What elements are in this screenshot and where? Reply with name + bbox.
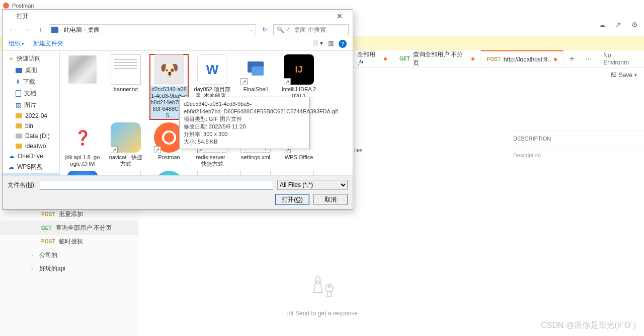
kv-header-row: DESCRIPTION	[508, 130, 644, 147]
svg-point-0	[316, 281, 319, 284]
pc-icon	[51, 27, 58, 33]
file-item[interactable]: ↗阿里云盘	[63, 170, 102, 175]
method-badge: POST	[487, 56, 501, 62]
rocket-illustration-icon	[302, 267, 342, 302]
unsaved-dot-icon	[554, 58, 557, 61]
dialog-titlebar: 打开 ✕	[3, 10, 353, 23]
file-item[interactable]: banner.txt	[106, 54, 145, 120]
path-segment[interactable]: 桌面	[88, 26, 100, 34]
organize-menu[interactable]: 组织 ▾	[9, 39, 24, 48]
filename-label: 文件名(N):	[8, 181, 36, 189]
folder-label: 好玩的api	[39, 264, 65, 273]
files-fragment: iles	[354, 147, 363, 153]
refresh-button[interactable]: ↻	[259, 24, 270, 35]
tree-item[interactable]: ideatwo	[3, 141, 59, 151]
file-item[interactable]: W	[193, 170, 232, 175]
tab-label: 查询全部用户 不分页	[413, 50, 468, 68]
save-button[interactable]: 🖫 Save ▾	[611, 72, 637, 79]
sidebar-item-batch-add[interactable]: POST 批量添加	[0, 208, 138, 221]
method-badge: GET	[399, 56, 410, 61]
open-button[interactable]: 打开(O)	[275, 194, 309, 205]
method-badge: POST	[41, 212, 55, 217]
save-icon: 🖫	[611, 72, 617, 79]
file-item[interactable]: ❓jdk api 1.8_google.CHM	[63, 122, 102, 168]
svg-point-2	[328, 286, 331, 288]
search-placeholder: 在 桌面 中搜索	[286, 26, 326, 34]
tree-item[interactable]: 🖼图片	[3, 99, 59, 111]
tree-item[interactable]: ★快速访问	[3, 53, 59, 64]
tree-item[interactable]: ⬇下载	[3, 76, 59, 88]
response-placeholder: Hit Send to get a response	[286, 267, 358, 317]
tab-all-users[interactable]: 全部用户	[351, 50, 393, 67]
chevron-down-icon: ▾	[634, 73, 637, 78]
desc-placeholder: Description	[508, 147, 644, 182]
nav-back-button[interactable]: ←	[7, 24, 18, 35]
tree-item[interactable]: bin	[3, 121, 59, 131]
cancel-button[interactable]: 取消	[313, 194, 348, 205]
tree-item[interactable]: Data (D:)	[3, 131, 59, 141]
postman-title: Postman	[12, 3, 34, 9]
nav-up-button[interactable]: ↑	[35, 24, 46, 35]
dialog-toolbar: 组织 ▾ 新建文件夹 ☷ ▾ ▥ ?	[3, 37, 353, 51]
path-segment[interactable]: 此电脑	[64, 26, 82, 34]
dialog-title: 打开	[17, 12, 29, 21]
file-item[interactable]: ↗navicat - 快捷方式	[106, 122, 145, 168]
settings-gear-icon[interactable]: ⚙	[630, 20, 639, 29]
tree-item[interactable]: 2022-04	[3, 111, 59, 121]
filename-input[interactable]	[40, 180, 273, 190]
preview-pane-button[interactable]: ▥	[328, 40, 334, 48]
more-tabs-button[interactable]: ⋯	[581, 50, 598, 67]
new-tab-button[interactable]: +	[564, 50, 581, 67]
view-options-button[interactable]: ☷ ▾	[313, 40, 323, 48]
dialog-bottom-bar: 文件名(N): All Files (*.*) 打开(O) 取消	[3, 175, 353, 209]
rocket-icon[interactable]: ↗	[614, 20, 623, 29]
environment-selector[interactable]: No Environm	[597, 50, 644, 67]
sidebar-item-label: 查询全部用户 不分页	[56, 224, 112, 232]
close-button[interactable]: ✕	[331, 11, 349, 22]
dialog-tree[interactable]: ★快速访问桌面⬇下载文档🖼图片2022-04binData (D:)ideatw…	[3, 51, 60, 175]
breadcrumb-path[interactable]: › 此电脑 › 桌面 ⌄	[49, 24, 256, 35]
unsaved-dot-icon	[471, 57, 474, 60]
dialog-search-input[interactable]: 🔍 在 桌面 中搜索	[273, 24, 349, 35]
chevron-down-icon[interactable]: ⌄	[250, 27, 254, 32]
unsaved-dot-icon	[384, 57, 387, 60]
tree-item[interactable]: ☁WPS网盘	[3, 161, 59, 173]
csdn-watermark: CSDN @原你是阳光(#`O´)	[541, 320, 636, 331]
sidebar-item-label: 临时授权	[59, 237, 83, 246]
sidebar-item-temp-auth[interactable]: POST 临时授权	[0, 235, 138, 248]
help-button[interactable]: ?	[339, 40, 347, 48]
nav-forward-button[interactable]: →	[21, 24, 32, 35]
chevron-right-icon: ›	[31, 266, 36, 272]
file-item[interactable]	[149, 170, 189, 175]
postman-header-icons: ☁ ↗ ⚙	[598, 20, 639, 29]
tab-get-users[interactable]: GET 查询全部用户 不分页	[393, 50, 481, 67]
sidebar-folder-company[interactable]: › 公司的	[0, 248, 138, 262]
tree-item[interactable]: 桌面	[3, 64, 59, 76]
tab-label: http://localhost:9..	[504, 56, 551, 63]
chevron-right-icon: ›	[31, 252, 36, 258]
new-folder-button[interactable]: 新建文件夹	[33, 39, 63, 48]
cloud-sync-icon[interactable]: ☁	[598, 20, 607, 29]
file-item[interactable]	[279, 170, 318, 175]
tab-post-localhost[interactable]: POST http://localhost:9..	[481, 50, 564, 67]
desc-header: DESCRIPTION	[508, 136, 644, 142]
sidebar-item-query-users[interactable]: GET 查询全部用户 不分页	[0, 221, 138, 235]
folder-label: 公司的	[39, 251, 57, 259]
sidebar-folder-fun-api[interactable]: › 好玩的api	[0, 262, 138, 276]
method-badge: POST	[41, 239, 55, 244]
dialog-icon	[7, 13, 14, 20]
search-icon: 🔍	[277, 26, 284, 33]
tree-item[interactable]: ☁OneDrive	[3, 151, 59, 161]
kv-input-row[interactable]: Description	[508, 147, 644, 182]
postman-logo-icon	[3, 3, 9, 9]
tab-label: 全部用户	[357, 50, 381, 68]
file-item[interactable]: 阿弥陀佛么么哒.txt	[106, 170, 145, 175]
svg-rect-4	[252, 66, 264, 76]
file-filter-select[interactable]: All Files (*.*)	[277, 180, 348, 190]
method-badge: GET	[41, 225, 52, 231]
file-item[interactable]	[236, 170, 275, 175]
sidebar-item-label: 批量添加	[59, 210, 83, 219]
tree-item[interactable]: 文档	[3, 88, 59, 99]
file-item[interactable]	[63, 54, 102, 120]
dialog-navbar: ← → ↑ › 此电脑 › 桌面 ⌄ ↻ 🔍 在 桌面 中搜索	[3, 23, 353, 37]
